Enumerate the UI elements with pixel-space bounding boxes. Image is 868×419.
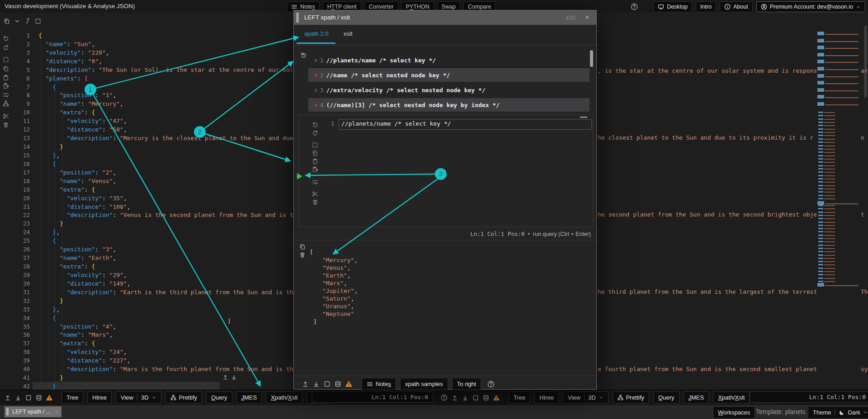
query-hscrollbar[interactable] xyxy=(580,117,587,118)
query-button[interactable]: Query xyxy=(653,391,679,404)
open-dialog-tab[interactable]: LEFT xpath / ... × xyxy=(5,406,61,417)
database-icon[interactable] xyxy=(36,395,42,401)
xpath-sample-row[interactable]: x1//planets/name /* select key */ xyxy=(308,53,590,67)
code-line-35: "position": "4", xyxy=(38,322,116,331)
download-icon[interactable] xyxy=(231,374,237,380)
warning-icon[interactable] xyxy=(345,381,352,387)
hierarchy-icon xyxy=(170,395,176,400)
view-button[interactable]: View3D xyxy=(116,391,161,404)
delete-sample-icon[interactable]: x xyxy=(314,102,317,108)
htree-button[interactable]: Htree xyxy=(534,391,559,404)
slash-icon[interactable] xyxy=(24,18,31,24)
download-icon[interactable] xyxy=(15,395,21,401)
status-bar: LEFT xpath / ... × Workspaces Template: … xyxy=(0,405,868,419)
help-icon[interactable] xyxy=(441,394,448,401)
notes-button[interactable]: Notes xyxy=(362,378,396,390)
scissors-icon[interactable] xyxy=(312,191,318,197)
tab-close-icon[interactable]: × xyxy=(55,409,58,415)
samples-scrollbar[interactable] xyxy=(590,50,593,67)
copy-icon[interactable] xyxy=(312,150,318,156)
database-icon[interactable] xyxy=(483,395,489,401)
checkbox-icon xyxy=(25,395,32,401)
trash-icon[interactable] xyxy=(312,199,318,205)
minimap[interactable] xyxy=(816,29,862,296)
code-line-11: "velocity": "47", xyxy=(38,117,127,125)
database-icon[interactable] xyxy=(335,381,341,387)
clear-results-icon[interactable] xyxy=(299,252,306,258)
warning-icon[interactable] xyxy=(493,395,500,401)
result-item: "Earth", xyxy=(322,272,351,279)
top-intro-button[interactable]: Intro xyxy=(696,1,716,12)
top-desktop-button[interactable]: Desktop xyxy=(653,1,692,12)
upload-icon[interactable] xyxy=(5,395,11,401)
checkbox-icon[interactable] xyxy=(25,395,32,401)
prettify-button[interactable]: Prettify xyxy=(165,391,202,404)
prettify-button[interactable]: Prettify xyxy=(613,391,649,404)
paste-icon[interactable] xyxy=(312,158,318,165)
tab-xpath-2-0[interactable]: xpath 2.0 xyxy=(304,30,329,37)
htree-button[interactable]: Htree xyxy=(87,391,112,404)
xpath-sample-row[interactable]: x2//name /* select nested node key */ xyxy=(308,68,590,82)
jmes-button[interactable]: JMES xyxy=(236,391,262,404)
checkbox-icon[interactable] xyxy=(472,395,479,401)
app-title: Vason development (Visualize & Analyse J… xyxy=(5,3,135,9)
code-line-38: "velocity": "24", xyxy=(38,348,127,356)
theme-button[interactable]: ThemeDark xyxy=(808,406,868,419)
copy-results-icon[interactable] xyxy=(299,244,306,250)
download-icon[interactable] xyxy=(462,395,468,401)
tree-button[interactable]: Tree xyxy=(509,391,530,404)
upload-icon[interactable] xyxy=(452,395,458,401)
top-premium-account-button[interactable]: Premium Account: dev@vason.io xyxy=(756,1,865,12)
download-icon xyxy=(462,395,468,401)
xpath-xslt-button[interactable]: Xpath/Xslt xyxy=(266,391,302,404)
paste-next-icon[interactable] xyxy=(312,166,318,173)
dialog-title-bar[interactable]: LEFT xpath / xslt ESC × xyxy=(294,10,596,25)
help-icon[interactable] xyxy=(631,3,638,10)
select-box-icon xyxy=(312,142,318,148)
warning-icon[interactable] xyxy=(46,395,52,401)
xpath-sample-row[interactable]: x4(//name)[3] /* select nested node key … xyxy=(308,98,590,112)
help-icon[interactable] xyxy=(487,381,495,388)
checkbox-icon[interactable] xyxy=(324,381,330,387)
xpath-sample-row[interactable]: x3//extra/velocity /* select nested node… xyxy=(308,83,590,97)
run-query-play-icon[interactable] xyxy=(297,173,302,179)
right-scrollbar[interactable] xyxy=(864,25,867,98)
top-right-menu: DesktopIntroAboutPremium Account: dev@va… xyxy=(631,1,865,12)
chevron-down-icon xyxy=(856,5,861,9)
select-box-icon[interactable] xyxy=(35,18,41,24)
delete-sample-icon[interactable]: x xyxy=(314,87,317,93)
chevron-down-icon[interactable] xyxy=(14,18,20,24)
view-button[interactable]: View3D xyxy=(563,391,609,404)
delete-sample-icon[interactable]: x xyxy=(314,72,317,78)
code-line-7: { xyxy=(38,83,56,91)
upload-icon[interactable] xyxy=(302,381,309,387)
select-box-icon[interactable] xyxy=(312,142,318,148)
download-icon[interactable] xyxy=(313,381,320,387)
history-icon[interactable] xyxy=(300,52,307,58)
tree-button[interactable]: Tree xyxy=(61,391,83,404)
redo-icon[interactable] xyxy=(312,129,318,136)
copy-icon xyxy=(4,18,10,24)
jmes-button[interactable]: JMES xyxy=(684,391,709,404)
top-about-button[interactable]: About xyxy=(720,1,753,12)
upload-icon[interactable] xyxy=(222,374,228,380)
tab-xslt[interactable]: xslt xyxy=(344,30,353,37)
query-editor[interactable]: 1 //planets/name /* select key */ xyxy=(299,115,593,227)
right-editor-edge-fragment: ar xyxy=(861,67,868,74)
right-editor-edge-fragment: t xyxy=(861,211,864,218)
workspaces-button[interactable]: Workspaces xyxy=(713,406,755,419)
to-right-button[interactable]: To right xyxy=(452,378,481,390)
delete-sample-icon[interactable]: x xyxy=(314,57,317,63)
query-text[interactable]: //planets/name /* select key */ xyxy=(341,120,451,127)
xpath-samples-button[interactable]: xpath samples xyxy=(400,378,448,390)
code-line-8: "position": "1", xyxy=(38,91,116,99)
undo-icon[interactable] xyxy=(312,121,318,127)
xpath-xslt-button[interactable]: Xpath/Xslt xyxy=(713,391,750,404)
query-button[interactable]: Query xyxy=(206,391,232,404)
close-icon[interactable]: × xyxy=(585,14,589,21)
line-number: 24 xyxy=(0,228,30,236)
chevron-down-icon xyxy=(14,18,20,24)
database-icon xyxy=(335,381,341,387)
copy-icon[interactable] xyxy=(4,18,10,24)
wrap-icon[interactable] xyxy=(312,179,318,185)
